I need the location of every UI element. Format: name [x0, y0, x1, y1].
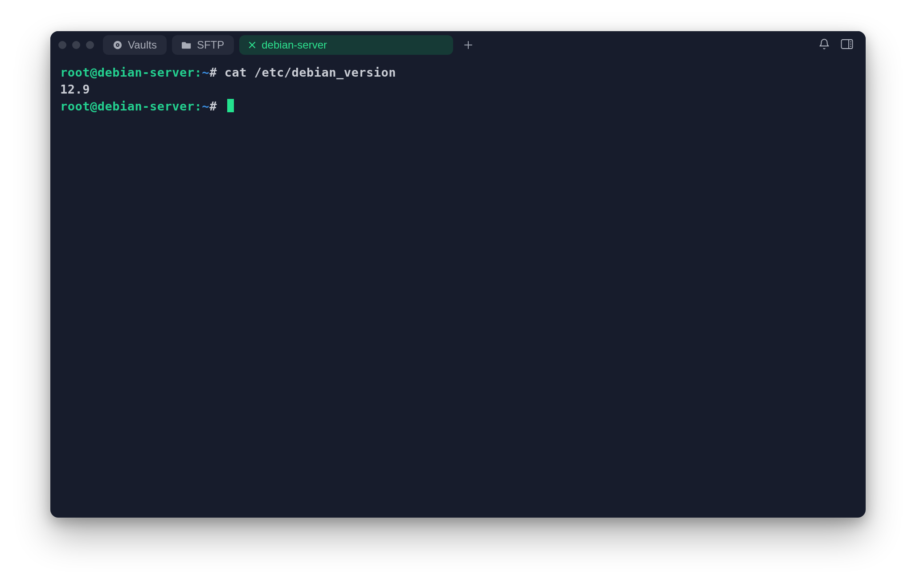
svg-point-10	[850, 44, 851, 45]
tab-debian-server[interactable]: debian-server	[239, 35, 453, 55]
notifications-button[interactable]	[818, 38, 830, 52]
window-controls	[58, 41, 94, 49]
cursor	[227, 99, 234, 112]
tab-vaults[interactable]: Vaults	[103, 35, 167, 55]
titlebar-actions	[818, 38, 858, 52]
terminal-line: root@debian-server:~# cat /etc/debian_ve…	[60, 64, 856, 81]
terminal-line: root@debian-server:~#	[60, 98, 856, 115]
close-icon[interactable]	[248, 41, 256, 49]
minimize-window-button[interactable]	[72, 41, 80, 49]
prompt-cwd: ~	[202, 65, 209, 79]
tab-label: debian-server	[262, 39, 327, 51]
folder-icon	[182, 41, 192, 49]
bell-icon	[818, 38, 830, 52]
terminal-body[interactable]: root@debian-server:~# cat /etc/debian_ve…	[50, 59, 866, 518]
panel-toggle-button[interactable]	[841, 39, 853, 51]
panel-icon	[841, 39, 853, 51]
prompt-symbol: #	[209, 99, 217, 113]
prompt-userhost: root@debian-server:	[60, 99, 202, 113]
prompt-cwd: ~	[202, 99, 209, 113]
tab-sftp[interactable]: SFTP	[172, 35, 234, 55]
svg-point-9	[850, 41, 851, 42]
svg-point-11	[850, 46, 851, 47]
titlebar: Vaults SFTP debian-server	[50, 31, 866, 59]
command-text: cat /etc/debian_version	[225, 65, 396, 79]
maximize-window-button[interactable]	[86, 41, 94, 49]
terminal-window: Vaults SFTP debian-server	[50, 31, 866, 518]
tab-label: SFTP	[197, 39, 224, 51]
prompt-userhost: root@debian-server:	[60, 65, 202, 79]
terminal-output: 12.9	[60, 81, 856, 98]
vault-icon	[113, 40, 123, 50]
new-tab-button[interactable]	[458, 35, 478, 55]
tab-label: Vaults	[128, 39, 157, 51]
close-window-button[interactable]	[58, 41, 66, 49]
svg-point-2	[117, 44, 119, 46]
prompt-symbol: #	[209, 65, 217, 79]
